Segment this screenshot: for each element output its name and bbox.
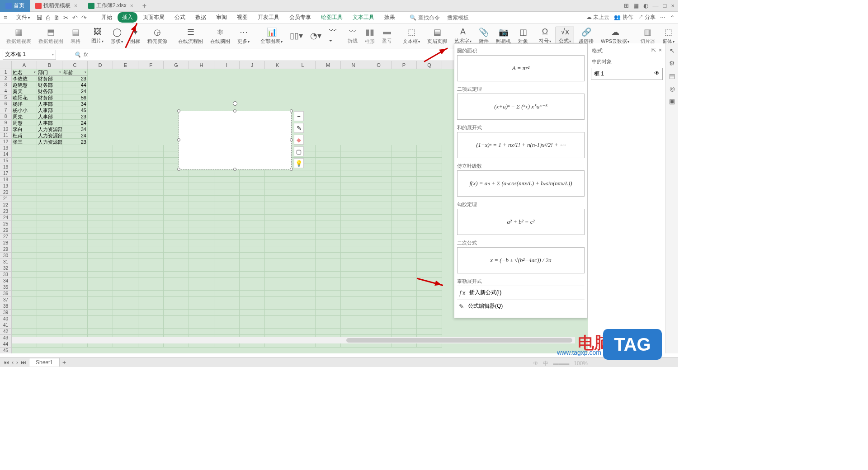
row-header[interactable]: 33 [0, 272, 12, 278]
cell[interactable] [88, 272, 113, 278]
cell[interactable] [265, 272, 290, 278]
cell[interactable] [240, 177, 265, 183]
collab-button[interactable]: 👥 协作 [614, 14, 633, 21]
cell[interactable]: 姓名 [12, 69, 37, 75]
cell[interactable] [37, 316, 62, 322]
cell[interactable] [62, 253, 88, 259]
cell[interactable] [62, 196, 88, 202]
row-header[interactable]: 28 [0, 240, 12, 246]
cell[interactable] [392, 297, 417, 303]
cell[interactable] [341, 145, 366, 151]
cell[interactable] [366, 329, 392, 335]
cell[interactable] [240, 221, 265, 227]
cell[interactable]: 张三 [12, 139, 37, 145]
cell[interactable] [189, 208, 214, 215]
cell[interactable] [214, 215, 240, 221]
cell[interactable] [62, 164, 88, 170]
cell[interactable] [88, 183, 113, 189]
cell[interactable] [37, 310, 62, 316]
cell[interactable] [316, 265, 341, 272]
insert-new-formula[interactable]: ƒx插入新公式(I) [457, 286, 585, 299]
picture-button[interactable]: 🖼图片 [89, 27, 106, 44]
cell[interactable] [214, 234, 240, 240]
redo-icon[interactable]: ↷ [81, 14, 87, 21]
textbox-shape[interactable]: − ✎ ◆ ▢ 💡 [179, 111, 292, 169]
cell[interactable] [366, 322, 392, 329]
cell[interactable] [88, 246, 113, 253]
cell[interactable] [290, 322, 316, 329]
resize-handle[interactable] [290, 138, 293, 141]
cell[interactable] [62, 189, 88, 196]
tab-home[interactable]: 首页 [0, 0, 30, 12]
cell[interactable] [366, 303, 392, 310]
cell[interactable] [113, 158, 138, 164]
cell[interactable] [62, 151, 88, 158]
row-header[interactable]: 12 [0, 139, 12, 145]
cell[interactable] [164, 208, 189, 215]
name-box[interactable]: 文本框 1▾ [3, 50, 56, 60]
cell[interactable] [138, 196, 164, 202]
select-icon[interactable]: ↖ [670, 47, 675, 54]
cell[interactable] [341, 310, 366, 316]
cell[interactable] [113, 227, 138, 234]
rotate-handle[interactable] [233, 101, 237, 106]
cell[interactable] [164, 291, 189, 297]
row-header[interactable]: 31 [0, 259, 12, 265]
next-sheet-icon[interactable]: › [16, 359, 18, 366]
cell[interactable] [341, 208, 366, 215]
cell[interactable] [138, 322, 164, 329]
cell[interactable] [265, 170, 290, 177]
cell[interactable]: 财务部 [37, 88, 62, 94]
cell[interactable] [62, 329, 88, 335]
row-header[interactable]: 30 [0, 253, 12, 259]
cell[interactable] [189, 246, 214, 253]
cell[interactable] [214, 253, 240, 259]
cell[interactable] [88, 170, 113, 177]
cell[interactable] [290, 196, 316, 202]
cell[interactable] [12, 158, 37, 164]
headerfooter-button[interactable]: ▤页眉页脚 [425, 27, 450, 45]
cell[interactable] [37, 164, 62, 170]
cell[interactable] [37, 246, 62, 253]
cell[interactable] [341, 246, 366, 253]
cell[interactable] [37, 208, 62, 215]
cell[interactable] [189, 196, 214, 202]
row-header[interactable]: 5 [0, 94, 12, 101]
cell[interactable] [12, 196, 37, 202]
wpscloud-button[interactable]: ☁WPS云数据 [598, 27, 632, 45]
cell[interactable] [138, 246, 164, 253]
cloud-status[interactable]: ☁ 未上云 [586, 14, 609, 21]
cell[interactable]: 人力资源部 [37, 139, 62, 145]
cell[interactable] [316, 196, 341, 202]
cell[interactable] [113, 240, 138, 246]
cell[interactable] [316, 259, 341, 265]
row-header[interactable]: 6 [0, 101, 12, 107]
row-header[interactable]: 7 [0, 107, 12, 113]
location-icon[interactable]: ◎ [670, 85, 675, 92]
cell[interactable] [392, 202, 417, 208]
cell[interactable] [265, 234, 290, 240]
cell[interactable]: 23 [62, 139, 88, 145]
cell[interactable] [37, 183, 62, 189]
cell[interactable] [113, 145, 138, 151]
cell[interactable] [189, 259, 214, 265]
cell[interactable] [417, 259, 442, 265]
prev-sheet-icon[interactable]: ‹ [12, 359, 14, 366]
row-header[interactable]: 37 [0, 297, 12, 303]
cell[interactable] [316, 284, 341, 291]
cell[interactable]: 秦天 [12, 88, 37, 94]
cell[interactable] [214, 322, 240, 329]
cell[interactable] [62, 208, 88, 215]
cell[interactable]: 财务部 [37, 75, 62, 82]
cell[interactable] [214, 329, 240, 335]
cell[interactable] [392, 158, 417, 164]
cell[interactable] [37, 253, 62, 259]
cell[interactable] [37, 196, 62, 202]
row-header[interactable]: 26 [0, 227, 12, 234]
menu-draw[interactable]: 绘图工具 [316, 12, 347, 23]
cell[interactable] [88, 253, 113, 259]
col-header[interactable]: E [113, 61, 138, 69]
cell[interactable] [164, 177, 189, 183]
daores-button[interactable]: ◶稻壳资源 [145, 27, 170, 45]
cell[interactable]: 24 [62, 132, 88, 139]
